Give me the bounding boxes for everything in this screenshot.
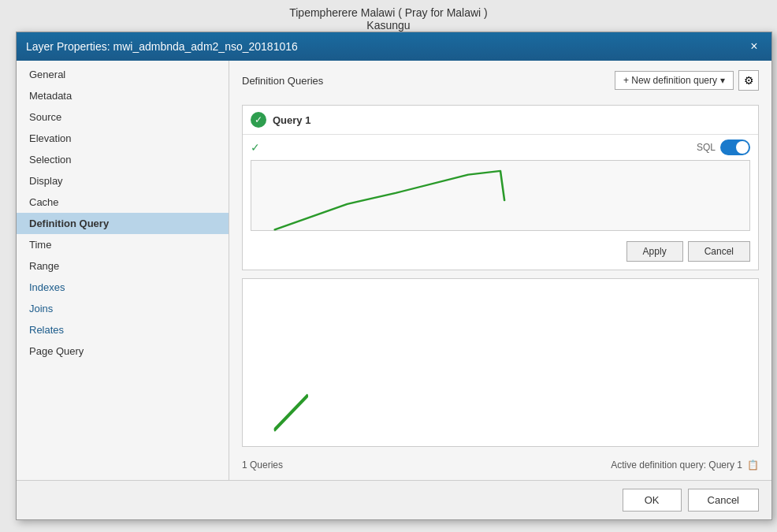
query-textarea[interactable] [251, 160, 750, 231]
sidebar: General Metadata Source Elevation Select… [17, 61, 229, 480]
queries-count: 1 Queries [242, 459, 283, 471]
status-bar: 1 Queries Active definition query: Query… [242, 455, 759, 471]
dropdown-arrow-icon: ▾ [720, 75, 725, 86]
sidebar-item-selection[interactable]: Selection [17, 149, 229, 170]
check-icon: ✓ [255, 114, 262, 125]
sidebar-item-joins[interactable]: Joins [17, 298, 229, 319]
gear-icon: ⚙ [744, 74, 754, 87]
header-actions: + New definition query ▾ ⚙ [615, 70, 759, 91]
query-actions: Apply Cancel [251, 238, 750, 265]
query-name[interactable]: Query 1 [273, 114, 310, 126]
apply-button[interactable]: Apply [626, 241, 683, 262]
main-content: Definition Queries + New definition quer… [229, 61, 771, 480]
query-editor-container [251, 160, 750, 233]
active-query-icon[interactable]: 📋 [747, 459, 759, 471]
sidebar-item-elevation[interactable]: Elevation [17, 128, 229, 149]
sql-toggle-row: SQL [697, 140, 750, 155]
sql-toggle-switch[interactable] [720, 140, 750, 155]
ok-button[interactable]: OK [623, 489, 682, 512]
extra-query-area [242, 278, 759, 447]
cancel-button[interactable]: Cancel [688, 489, 759, 512]
sidebar-item-metadata[interactable]: Metadata [17, 85, 229, 106]
close-button[interactable]: × [746, 39, 762, 54]
sidebar-item-time[interactable]: Time [17, 234, 229, 255]
sidebar-item-definition-query[interactable]: Definition Query [17, 213, 229, 234]
sidebar-item-display[interactable]: Display [17, 170, 229, 192]
valid-check-icon: ✓ [251, 141, 260, 154]
dialog-footer: OK Cancel [17, 480, 771, 519]
new-query-label: + New definition query [623, 75, 717, 86]
annotation-continuation [243, 279, 758, 446]
active-query-text: Active definition query: Query 1 [611, 459, 742, 471]
query-card-header: ✓ Query 1 [243, 106, 758, 135]
definition-queries-title: Definition Queries [242, 75, 323, 87]
dialog-title: Layer Properties: mwi_admbnda_adm2_nso_2… [26, 40, 298, 53]
query-body: ✓ SQL App [243, 135, 758, 270]
query-sql-row: ✓ SQL [251, 140, 750, 155]
new-definition-query-button[interactable]: + New definition query ▾ [615, 71, 734, 90]
sidebar-item-general[interactable]: General [17, 64, 229, 85]
query-card: ✓ Query 1 ✓ SQL [242, 105, 759, 270]
map-title: Tipempherere Malawi ( Pray for Malawi ) … [289, 6, 488, 32]
dialog-titlebar: Layer Properties: mwi_admbnda_adm2_nso_2… [17, 32, 771, 61]
sql-label: SQL [697, 142, 716, 153]
cancel-query-button[interactable]: Cancel [688, 241, 750, 262]
sidebar-item-range[interactable]: Range [17, 255, 229, 277]
section-header: Definition Queries + New definition quer… [242, 70, 759, 91]
layer-properties-dialog: Layer Properties: mwi_admbnda_adm2_nso_2… [16, 32, 772, 520]
dialog-body: General Metadata Source Elevation Select… [17, 61, 771, 480]
gear-settings-button[interactable]: ⚙ [738, 70, 759, 91]
sidebar-item-cache[interactable]: Cache [17, 192, 229, 213]
sidebar-item-indexes[interactable]: Indexes [17, 277, 229, 298]
active-query-info: Active definition query: Query 1 📋 [611, 459, 759, 471]
sidebar-item-relates[interactable]: Relates [17, 319, 229, 340]
query-status-icon: ✓ [251, 112, 266, 128]
sidebar-item-page-query[interactable]: Page Query [17, 340, 229, 362]
sidebar-item-source[interactable]: Source [17, 106, 229, 128]
